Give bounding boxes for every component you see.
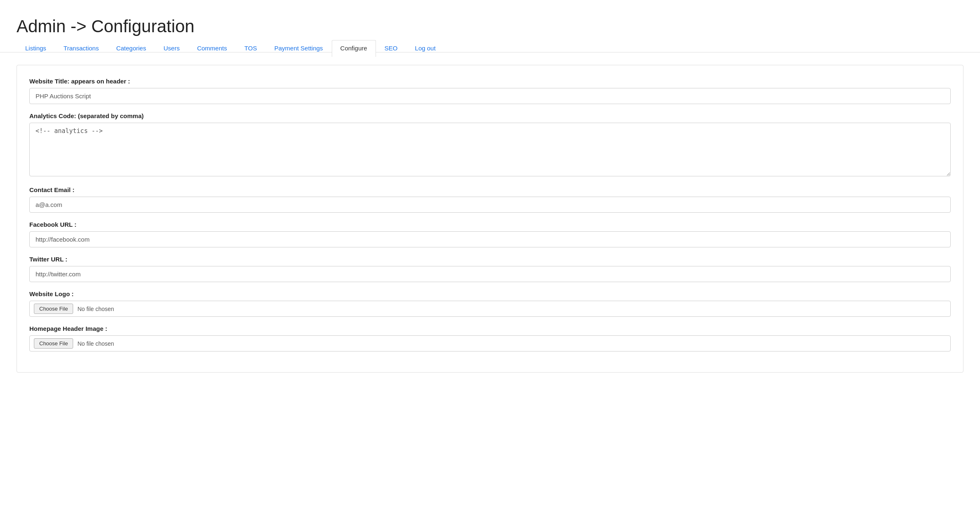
content-section: Website Title: appears on header : Analy… bbox=[0, 52, 980, 385]
nav-tab-seo[interactable]: SEO bbox=[376, 40, 407, 57]
nav-tab-tos[interactable]: TOS bbox=[235, 40, 266, 57]
form-container: Website Title: appears on header : Analy… bbox=[17, 65, 963, 373]
analytics-code-group: Analytics Code: (separated by comma) bbox=[29, 112, 951, 178]
twitter-url-label: Twitter URL : bbox=[29, 256, 951, 263]
nav-tabs: ListingsTransactionsCategoriesUsersComme… bbox=[17, 45, 963, 52]
contact-email-group: Contact Email : bbox=[29, 186, 951, 213]
homepage-header-image-group: Homepage Header Image : Choose File No f… bbox=[29, 325, 951, 352]
header-section: Admin -> Configuration ListingsTransacti… bbox=[0, 0, 980, 52]
facebook-url-input[interactable] bbox=[29, 231, 951, 247]
nav-tab-listings[interactable]: Listings bbox=[17, 40, 55, 57]
website-title-input[interactable] bbox=[29, 88, 951, 104]
contact-email-input[interactable] bbox=[29, 197, 951, 213]
homepage-no-file-chosen-label: No file chosen bbox=[77, 340, 114, 347]
nav-tab-transactions[interactable]: Transactions bbox=[55, 40, 107, 57]
choose-file-button[interactable]: Choose File bbox=[34, 304, 73, 314]
website-title-group: Website Title: appears on header : bbox=[29, 78, 951, 104]
nav-tab-users[interactable]: Users bbox=[155, 40, 188, 57]
website-logo-label: Website Logo : bbox=[29, 290, 951, 297]
homepage-choose-file-button[interactable]: Choose File bbox=[34, 338, 73, 349]
nav-tab-categories[interactable]: Categories bbox=[107, 40, 155, 57]
website-title-label: Website Title: appears on header : bbox=[29, 78, 951, 85]
contact-email-label: Contact Email : bbox=[29, 186, 951, 193]
nav-tab-payment-settings[interactable]: Payment Settings bbox=[266, 40, 332, 57]
homepage-header-file-wrapper: Choose File No file chosen bbox=[29, 335, 951, 352]
website-logo-group: Website Logo : Choose File No file chose… bbox=[29, 290, 951, 317]
homepage-header-image-label: Homepage Header Image : bbox=[29, 325, 951, 332]
website-logo-file-wrapper: Choose File No file chosen bbox=[29, 301, 951, 317]
nav-tabs-container: ListingsTransactionsCategoriesUsersComme… bbox=[17, 45, 963, 52]
twitter-url-group: Twitter URL : bbox=[29, 256, 951, 282]
nav-tab-comments[interactable]: Comments bbox=[188, 40, 236, 57]
facebook-url-group: Facebook URL : bbox=[29, 221, 951, 247]
no-file-chosen-label: No file chosen bbox=[77, 306, 114, 312]
nav-tab-logout[interactable]: Log out bbox=[406, 40, 444, 57]
facebook-url-label: Facebook URL : bbox=[29, 221, 951, 228]
analytics-code-label: Analytics Code: (separated by comma) bbox=[29, 112, 951, 119]
twitter-url-input[interactable] bbox=[29, 266, 951, 282]
analytics-code-textarea[interactable] bbox=[29, 123, 951, 176]
page-wrapper: Admin -> Configuration ListingsTransacti… bbox=[0, 0, 980, 513]
page-title: Admin -> Configuration bbox=[17, 8, 963, 45]
nav-tab-configure[interactable]: Configure bbox=[332, 40, 376, 57]
